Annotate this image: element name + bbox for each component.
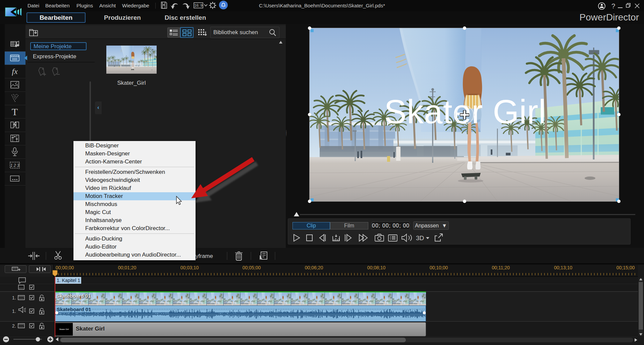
svg-text:2.: 2. <box>12 323 16 329</box>
svg-text:1 2 3: 1 2 3 <box>10 163 19 168</box>
svg-text:yframe: yframe <box>196 253 213 259</box>
svg-text:00;08;10: 00;08;10 <box>367 265 386 270</box>
svg-text:16: 9: 16: 9 <box>194 3 202 7</box>
svg-text:00;10;00: 00;10;00 <box>430 265 448 270</box>
svg-text:T: T <box>12 106 18 117</box>
svg-text:00;11;20: 00;11;20 <box>492 265 510 270</box>
svg-text:00;13;10: 00;13;10 <box>554 265 573 270</box>
svg-text:fx: fx <box>12 67 18 76</box>
svg-text:00;05;00: 00;05;00 <box>243 265 261 270</box>
svg-text:Skateboard 01: Skateboard 01 <box>57 306 91 312</box>
svg-text:3D: 3D <box>416 234 424 242</box>
svg-text:1.: 1. <box>12 295 16 300</box>
svg-text:?: ? <box>611 2 615 10</box>
svg-text:1.: 1. <box>12 308 16 314</box>
svg-text:00;15;00: 00;15;00 <box>616 265 635 270</box>
svg-text:00;01;20: 00;01;20 <box>118 265 137 270</box>
svg-text:00;06;20: 00;06;20 <box>305 265 323 270</box>
svg-text:00;00;00: 00;00;00 <box>56 265 74 270</box>
svg-text:00;03;10: 00;03;10 <box>180 265 199 270</box>
